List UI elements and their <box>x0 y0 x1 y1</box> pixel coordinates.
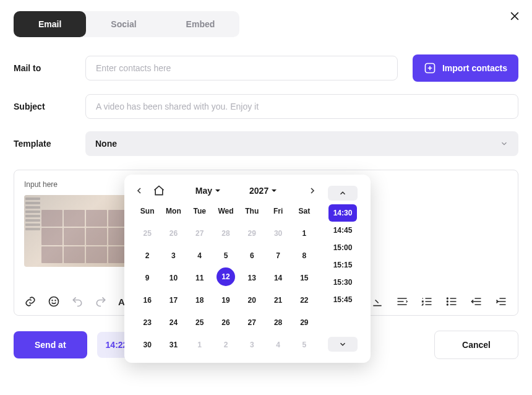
cal-day[interactable]: 3 <box>239 337 265 353</box>
svg-point-5 <box>447 301 448 302</box>
time-option[interactable]: 15:15 <box>328 256 358 274</box>
cal-prev-icon[interactable] <box>134 186 144 196</box>
cal-day[interactable]: 14 <box>265 270 291 286</box>
cal-day[interactable]: 6 <box>239 248 265 264</box>
cal-day[interactable]: 26 <box>160 225 186 241</box>
cal-day[interactable]: 2 <box>134 248 160 264</box>
cal-day[interactable]: 15 <box>291 270 317 286</box>
label-mail-to: Mail to <box>14 63 73 73</box>
cal-day[interactable]: 29 <box>239 225 265 241</box>
cal-day[interactable]: 27 <box>187 225 213 241</box>
cancel-button[interactable]: Cancel <box>434 331 518 359</box>
svg-point-6 <box>447 304 448 305</box>
time-list[interactable]: 14:3014:4515:0015:1515:3015:45 <box>328 204 358 333</box>
cal-day[interactable]: 7 <box>265 248 291 264</box>
redo-icon[interactable] <box>95 295 107 308</box>
time-option[interactable]: 15:45 <box>328 291 358 308</box>
cal-day[interactable]: 10 <box>160 270 186 286</box>
import-contacts-label: Import contacts <box>442 63 507 73</box>
time-option[interactable]: 15:00 <box>328 239 358 256</box>
cal-day[interactable]: 25 <box>187 315 213 331</box>
undo-icon[interactable] <box>71 295 84 308</box>
svg-point-2 <box>52 300 53 301</box>
tab-email[interactable]: Email <box>14 11 86 37</box>
cal-day[interactable]: 29 <box>291 315 317 331</box>
cal-dow: Fri <box>265 203 291 219</box>
cal-dow: Tue <box>187 203 213 219</box>
svg-point-1 <box>49 297 59 306</box>
cal-day[interactable]: 17 <box>160 292 186 308</box>
cal-day[interactable]: 30 <box>134 337 160 353</box>
text-color-icon[interactable] <box>371 295 384 308</box>
cal-dow: Sun <box>134 203 160 219</box>
cal-day[interactable]: 23 <box>134 315 160 331</box>
cal-day[interactable]: 5 <box>291 337 317 353</box>
tab-social[interactable]: Social <box>86 11 161 37</box>
time-option[interactable]: 15:30 <box>328 274 358 291</box>
cal-day[interactable]: 9 <box>134 270 160 286</box>
cal-day[interactable]: 1 <box>291 225 317 241</box>
cal-day[interactable]: 28 <box>213 225 239 241</box>
cal-day[interactable]: 31 <box>160 337 186 353</box>
cal-dow: Thu <box>239 203 265 219</box>
cal-month-select[interactable]: May <box>195 186 221 196</box>
indent-icon[interactable] <box>494 295 508 308</box>
link-icon[interactable] <box>24 295 36 308</box>
import-contacts-button[interactable]: Import contacts <box>413 54 518 82</box>
datetime-picker: May 2027 SunMonTueWedThuFriSat2526272829… <box>124 175 371 363</box>
cal-day[interactable]: 30 <box>265 225 291 241</box>
time-option[interactable]: 14:45 <box>328 222 358 239</box>
cal-day[interactable]: 18 <box>187 292 213 308</box>
cal-day[interactable]: 12 <box>217 267 235 286</box>
cal-day[interactable]: 2 <box>213 337 239 353</box>
ordered-list-icon[interactable] <box>420 295 434 308</box>
cal-day[interactable]: 19 <box>213 292 239 308</box>
cal-day[interactable]: 21 <box>265 292 291 308</box>
cal-day[interactable]: 8 <box>291 248 317 264</box>
svg-point-3 <box>55 300 56 301</box>
subject-input[interactable] <box>85 94 518 119</box>
align-icon[interactable] <box>395 295 409 308</box>
svg-point-4 <box>447 298 448 299</box>
cal-day[interactable]: 4 <box>187 248 213 264</box>
cal-day[interactable]: 24 <box>160 315 186 331</box>
outdent-icon[interactable] <box>470 295 483 308</box>
cal-day[interactable]: 26 <box>213 315 239 331</box>
unordered-list-icon[interactable] <box>445 295 458 308</box>
cal-day[interactable]: 11 <box>187 270 213 286</box>
cal-day[interactable]: 20 <box>239 292 265 308</box>
cal-day[interactable]: 1 <box>187 337 213 353</box>
cal-day[interactable]: 16 <box>134 292 160 308</box>
cal-day[interactable]: 13 <box>239 270 265 286</box>
time-option[interactable]: 14:30 <box>328 204 358 222</box>
cal-day[interactable]: 5 <box>213 248 239 264</box>
cal-year-select[interactable]: 2027 <box>249 186 277 196</box>
cal-day[interactable]: 25 <box>134 225 160 241</box>
cal-home-icon[interactable] <box>153 184 165 197</box>
cal-dow: Sat <box>291 203 317 219</box>
emoji-icon[interactable] <box>48 295 60 308</box>
cal-month-label: May <box>195 186 212 196</box>
share-tabs: Email Social Embed <box>14 11 239 37</box>
mail-to-input[interactable] <box>85 56 398 80</box>
label-template: Template <box>14 139 73 149</box>
time-scroll-up[interactable] <box>328 186 358 201</box>
tab-embed[interactable]: Embed <box>161 11 240 37</box>
send-at-button[interactable]: Send at <box>14 331 87 358</box>
close-button[interactable] <box>508 10 521 25</box>
template-value: None <box>95 139 117 149</box>
time-scroll-down[interactable] <box>328 337 358 352</box>
template-select[interactable]: None <box>85 131 518 156</box>
cal-day[interactable]: 28 <box>265 315 291 331</box>
cal-day[interactable]: 27 <box>239 315 265 331</box>
cal-next-icon[interactable] <box>307 186 317 196</box>
cal-day[interactable]: 4 <box>265 337 291 353</box>
cal-dow: Mon <box>160 203 186 219</box>
cal-year-label: 2027 <box>249 186 268 196</box>
cal-day[interactable]: 3 <box>160 248 186 264</box>
label-subject: Subject <box>14 102 73 111</box>
cal-dow: Wed <box>213 203 239 219</box>
cal-day[interactable]: 22 <box>291 292 317 308</box>
